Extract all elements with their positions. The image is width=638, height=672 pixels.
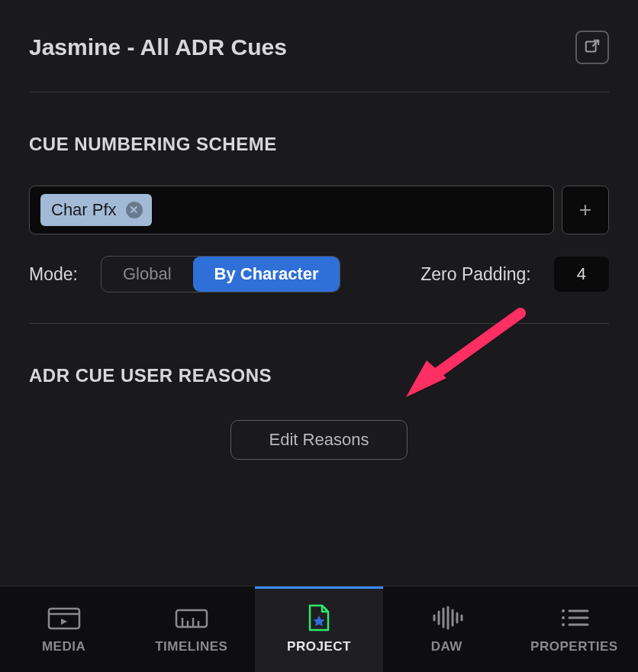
tab-daw-label: DAW [431, 639, 462, 654]
tab-daw[interactable]: DAW [383, 586, 511, 672]
scheme-chip[interactable]: Char Pfx ✕ [40, 194, 152, 226]
svg-rect-0 [586, 41, 596, 51]
share-icon [584, 38, 601, 57]
share-button[interactable] [575, 31, 609, 64]
properties-icon [556, 604, 592, 632]
add-scheme-button[interactable]: + [562, 186, 609, 234]
tab-media-label: MEDIA [42, 639, 85, 654]
svg-rect-5 [176, 610, 207, 627]
tab-project-label: PROJECT [287, 639, 351, 654]
svg-marker-4 [61, 619, 67, 625]
tab-properties-label: PROPERTIES [530, 639, 618, 654]
svg-point-18 [562, 609, 565, 612]
tab-media[interactable]: MEDIA [0, 586, 127, 672]
page-title: Jasmine - All ADR Cues [29, 34, 287, 60]
bottom-tab-bar: MEDIA TIMELINES PROJECT [0, 586, 638, 672]
adr-reasons-heading: ADR CUE USER REASONS [29, 365, 609, 386]
edit-reasons-button[interactable]: Edit Reasons [230, 420, 408, 460]
scheme-chip-container[interactable]: Char Pfx ✕ [29, 186, 554, 234]
chip-remove-icon[interactable]: ✕ [126, 202, 143, 218]
svg-marker-10 [313, 615, 324, 626]
zero-padding-label: Zero Padding: [420, 264, 530, 285]
edit-reasons-row: Edit Reasons [29, 420, 609, 460]
svg-point-20 [562, 616, 565, 619]
tab-properties[interactable]: PROPERTIES [511, 586, 638, 672]
tab-timelines[interactable]: TIMELINES [127, 586, 255, 672]
tab-timelines-label: TIMELINES [155, 639, 227, 654]
mode-global[interactable]: Global [102, 257, 193, 292]
svg-point-22 [562, 623, 565, 626]
cue-numbering-heading: CUE NUMBERING SCHEME [29, 134, 609, 155]
svg-rect-2 [49, 609, 79, 628]
daw-icon [428, 604, 465, 632]
project-icon [301, 604, 337, 632]
tab-project[interactable]: PROJECT [255, 586, 382, 672]
mode-by-character[interactable]: By Character [193, 257, 340, 292]
scheme-row: Char Pfx ✕ + [29, 186, 609, 234]
mode-segmented: Global By Character [101, 256, 341, 292]
zero-padding-value[interactable]: 4 [554, 257, 609, 292]
section-divider [29, 323, 609, 324]
mode-label: Mode: [29, 264, 78, 285]
plus-icon: + [579, 198, 591, 222]
media-icon [46, 604, 82, 632]
header-row: Jasmine - All ADR Cues [29, 31, 609, 92]
timelines-icon [173, 604, 210, 632]
mode-row: Mode: Global By Character Zero Padding: … [29, 256, 609, 292]
chip-label: Char Pfx [51, 200, 117, 220]
